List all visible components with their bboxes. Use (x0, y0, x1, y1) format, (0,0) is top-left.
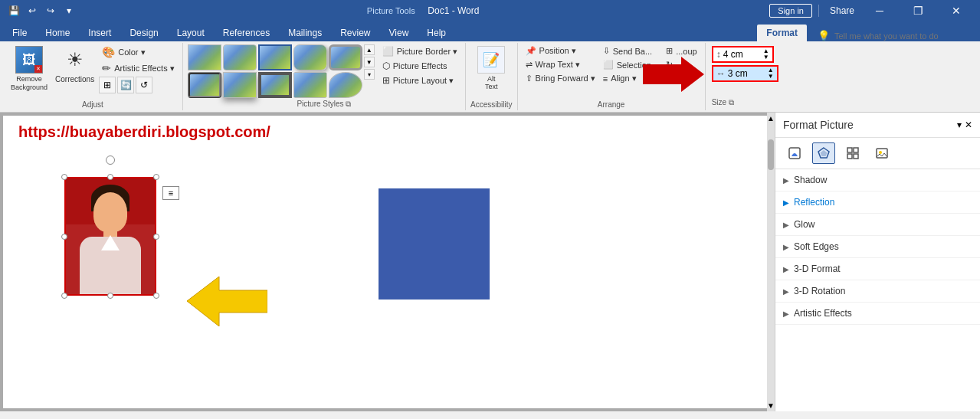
handle-tr[interactable] (153, 174, 159, 180)
handle-mr[interactable] (153, 234, 159, 240)
reset-picture-button[interactable]: ↺ (136, 77, 152, 93)
picture-styles-expand-icon[interactable]: ⧉ (346, 100, 351, 108)
yellow-arrow-svg (187, 277, 267, 326)
shadow-section[interactable]: ▶ Shadow (775, 169, 980, 191)
tab-references[interactable]: References (214, 25, 279, 41)
reflection-section[interactable]: ▶ Reflection (775, 191, 980, 214)
tab-review[interactable]: Review (331, 25, 379, 41)
picture-styles-row2 (188, 72, 362, 98)
adjust-group-label: Adjust (82, 99, 103, 109)
3d-format-section[interactable]: ▶ 3-D Format (775, 258, 980, 280)
style-thumb-3[interactable] (258, 44, 292, 70)
bring-forward-button[interactable]: ⇧ Bring Forward ▾ (523, 72, 598, 85)
3d-rotation-section[interactable]: ▶ 3-D Rotation (775, 280, 980, 303)
tab-layout[interactable]: Layout (168, 25, 214, 41)
picture-border-button[interactable]: ⬜ Picture Border ▾ (379, 44, 461, 58)
photo-frame (64, 177, 156, 296)
format-panel-collapse-button[interactable]: ▾ (957, 119, 962, 130)
vertical-scrollbar[interactable]: ▲ ▼ (767, 113, 775, 411)
soft-edges-section[interactable]: ▶ Soft Edges (775, 236, 980, 258)
scroll-down-button[interactable]: ▼ (765, 400, 775, 411)
rotate-handle[interactable] (106, 155, 115, 165)
glow-section[interactable]: ▶ Glow (775, 214, 980, 236)
gallery-scroll-down[interactable]: ▼ (364, 57, 375, 67)
height-down-button[interactable]: ▼ (763, 54, 769, 61)
style-thumb-10[interactable] (329, 72, 362, 98)
picture-styles-row1 (188, 44, 362, 70)
picture-tab[interactable] (870, 142, 893, 164)
photo-container[interactable]: ≡ (64, 177, 156, 296)
change-picture-button[interactable]: 🔄 (117, 77, 134, 93)
tab-help[interactable]: Help (418, 25, 455, 41)
height-input[interactable]: 4 cm (723, 49, 762, 60)
picture-layout-button[interactable]: ⊞ Picture Layout ▾ (379, 74, 461, 87)
tell-me-input[interactable] (834, 31, 972, 41)
width-input-row: ↔ 3 cm ▲ ▼ (712, 65, 778, 82)
undo-button[interactable]: ↩ (25, 3, 40, 18)
ribbon-group-accessibility: 📝 AltText Accessibility (466, 43, 517, 110)
style-thumb-2[interactable] (223, 44, 257, 70)
size-group-label: Size ⧉ (712, 98, 734, 107)
effects-tab[interactable] (812, 142, 835, 164)
gallery-scroll-more[interactable]: ▾ (364, 69, 375, 80)
format-panel-close-button[interactable]: ✕ (965, 119, 972, 130)
customize-qa-button[interactable]: ▾ (61, 3, 77, 18)
handle-br[interactable] (153, 293, 159, 299)
tab-format[interactable]: Format (757, 25, 807, 41)
alt-text-button[interactable]: 📝 AltText (474, 44, 508, 92)
position-button[interactable]: 📌 Position ▾ (523, 44, 598, 57)
accessibility-group-label: Accessibility (470, 99, 512, 109)
style-thumb-9[interactable] (293, 72, 327, 98)
tab-view[interactable]: View (380, 25, 418, 41)
style-thumb-4[interactable] (293, 44, 327, 70)
style-thumb-7[interactable] (223, 72, 257, 98)
adjust-col: 🎨 Color ▾ ✏ Artistic Effects ▾ ⊞ 🔄 ↺ (99, 44, 178, 93)
height-spinner: ▲ ▼ (763, 48, 769, 61)
gallery-scroll-up[interactable]: ▲ (364, 44, 375, 55)
remove-bg-badge: ✕ (34, 65, 42, 73)
minimize-button[interactable]: ─ (862, 0, 897, 21)
width-down-button[interactable]: ▼ (768, 74, 774, 80)
compress-button[interactable]: ⊞ (99, 77, 116, 93)
corrections-icon: ☀ (61, 46, 89, 74)
redo-button[interactable]: ↪ (43, 3, 58, 18)
picture-effects-button[interactable]: ⬡ Picture Effects (379, 59, 461, 73)
handle-ml[interactable] (61, 234, 67, 240)
tab-home[interactable]: Home (36, 25, 79, 41)
handle-bl[interactable] (61, 293, 67, 299)
style-thumb-8[interactable] (258, 72, 292, 98)
group-button[interactable]: ⊞ ...oup (663, 44, 700, 57)
restore-button[interactable]: ❐ (900, 0, 936, 21)
style-thumb-5[interactable] (329, 44, 362, 70)
width-input[interactable]: 3 cm (728, 68, 766, 79)
tell-me-icon: 💡 (818, 30, 830, 41)
tab-file[interactable]: File (3, 25, 36, 41)
fill-line-tab[interactable] (783, 142, 806, 164)
scrollbar-thumb[interactable] (768, 139, 774, 170)
title-bar-left: 💾 ↩ ↪ ▾ (6, 3, 77, 18)
tab-insert[interactable]: Insert (79, 25, 120, 41)
remove-background-button[interactable]: 🖼 ✕ RemoveBackground (8, 44, 51, 93)
3d-rotation-label: 3-D Rotation (794, 286, 845, 296)
size-expand-button[interactable]: ⧉ (729, 98, 734, 106)
handle-tl[interactable] (61, 174, 67, 180)
artistic-effects-button[interactable]: ✏ Artistic Effects ▾ (99, 61, 178, 76)
save-button[interactable]: 💾 (6, 3, 21, 18)
tab-mailings[interactable]: Mailings (279, 25, 331, 41)
layout-properties-tab[interactable] (841, 142, 864, 164)
color-button[interactable]: 🎨 Color ▾ (99, 44, 178, 60)
shadow-expand-icon: ▶ (783, 176, 789, 185)
corrections-button[interactable]: ☀ Corrections (52, 44, 97, 85)
handle-bm[interactable] (107, 293, 113, 299)
handle-tm[interactable] (107, 174, 113, 180)
share-button[interactable]: Share (825, 3, 859, 18)
tab-design[interactable]: Design (120, 25, 167, 41)
artistic-effects-section[interactable]: ▶ Artistic Effects (775, 303, 980, 325)
wrap-text-button[interactable]: ⇌ Wrap Text ▾ (523, 58, 598, 71)
sign-in-button[interactable]: Sign in (769, 4, 812, 18)
close-button[interactable]: ✕ (939, 0, 974, 21)
send-back-button[interactable]: ⇩ Send Ba... (600, 44, 661, 57)
scroll-up-button[interactable]: ▲ (765, 113, 775, 124)
style-thumb-1[interactable] (188, 44, 221, 70)
style-thumb-6[interactable] (188, 72, 221, 98)
